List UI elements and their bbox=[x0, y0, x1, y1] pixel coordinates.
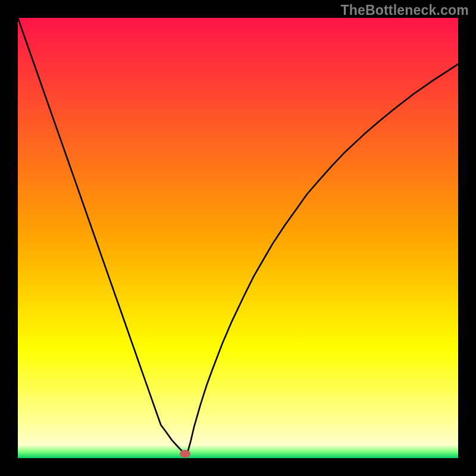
svg-rect-0 bbox=[18, 18, 458, 458]
background-gradient bbox=[18, 18, 458, 458]
chart-viewport: TheBottleneck.com bbox=[0, 0, 476, 476]
plot-area bbox=[18, 18, 458, 458]
watermark: TheBottleneck.com bbox=[340, 2, 469, 18]
